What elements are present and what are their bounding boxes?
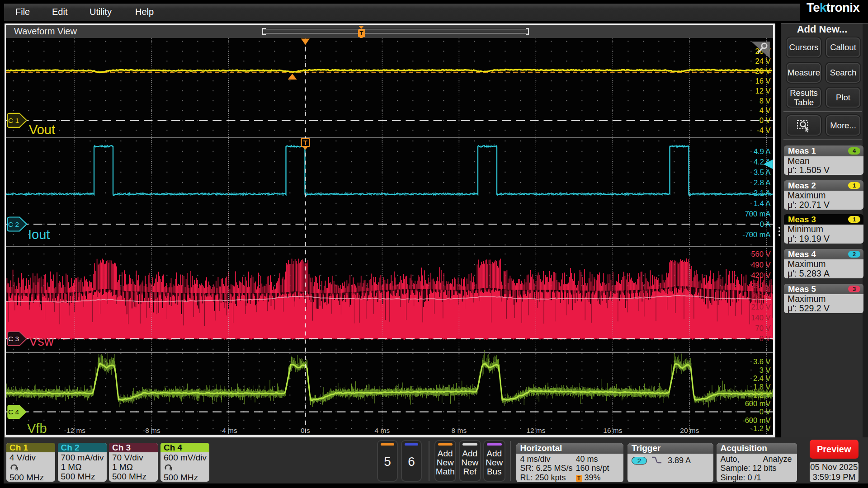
svg-text:16 ms: 16 ms bbox=[603, 427, 622, 434]
svg-text:16 V: 16 V bbox=[755, 77, 771, 85]
svg-text:-4 ms: -4 ms bbox=[220, 427, 237, 434]
svg-text:20 ms: 20 ms bbox=[680, 427, 699, 434]
svg-text:-12 ms: -12 ms bbox=[64, 427, 86, 434]
svg-text:350 V: 350 V bbox=[751, 282, 770, 290]
svg-text:210 V: 210 V bbox=[751, 303, 770, 311]
svg-text:8 V: 8 V bbox=[760, 97, 771, 105]
svg-text:2.1 A: 2.1 A bbox=[754, 189, 771, 197]
svg-text:12 ms: 12 ms bbox=[526, 427, 545, 434]
svg-text:0 A: 0 A bbox=[760, 220, 771, 228]
svg-text:3.6 V: 3.6 V bbox=[753, 357, 771, 366]
svg-text:4 V: 4 V bbox=[760, 106, 771, 114]
svg-text:560 V: 560 V bbox=[751, 250, 770, 258]
svg-text:-600 mV: -600 mV bbox=[742, 416, 770, 424]
svg-text:8 ms: 8 ms bbox=[452, 427, 467, 434]
svg-text:4.9 A: 4.9 A bbox=[754, 147, 771, 155]
svg-text:490 V: 490 V bbox=[751, 261, 770, 269]
svg-text:4 ms: 4 ms bbox=[375, 427, 390, 434]
svg-text:3.5 A: 3.5 A bbox=[754, 168, 771, 176]
svg-text:C 4: C 4 bbox=[8, 408, 19, 416]
svg-text:2.8 A: 2.8 A bbox=[754, 178, 771, 187]
svg-text:12 V: 12 V bbox=[755, 87, 771, 95]
svg-text:0 s: 0 s bbox=[301, 427, 310, 434]
svg-text:T: T bbox=[303, 139, 307, 146]
svg-text:1.2 V: 1.2 V bbox=[753, 391, 771, 399]
svg-text:1.8 V: 1.8 V bbox=[753, 383, 771, 391]
svg-text:3 V: 3 V bbox=[760, 366, 771, 374]
svg-text:700 mA: 700 mA bbox=[745, 210, 771, 218]
svg-text:2.4 V: 2.4 V bbox=[753, 374, 771, 382]
svg-text:-4 V: -4 V bbox=[757, 126, 770, 134]
svg-text:Vfb: Vfb bbox=[27, 421, 47, 435]
svg-text:20 V: 20 V bbox=[755, 67, 771, 75]
svg-text:1.4 A: 1.4 A bbox=[754, 199, 771, 207]
svg-text:C 1: C 1 bbox=[8, 117, 19, 124]
svg-text:-700 mA: -700 mA bbox=[742, 230, 770, 239]
svg-text:Vout: Vout bbox=[29, 122, 55, 137]
svg-text:0 V: 0 V bbox=[760, 334, 771, 343]
svg-text:420 V: 420 V bbox=[751, 271, 770, 279]
svg-text:0 V: 0 V bbox=[760, 408, 771, 416]
svg-text:280 V: 280 V bbox=[751, 292, 770, 300]
svg-text:Vsw: Vsw bbox=[29, 334, 54, 348]
svg-text:-8 ms: -8 ms bbox=[143, 427, 160, 434]
svg-text:-1.2 V: -1.2 V bbox=[750, 424, 770, 432]
svg-text:24 V: 24 V bbox=[755, 57, 771, 65]
svg-text:Iout: Iout bbox=[28, 227, 50, 242]
svg-text:140 V: 140 V bbox=[751, 314, 770, 322]
svg-text:C 3: C 3 bbox=[8, 335, 19, 343]
svg-text:C 2: C 2 bbox=[8, 221, 19, 228]
svg-text:600 mV: 600 mV bbox=[745, 399, 771, 408]
svg-text:70 V: 70 V bbox=[755, 324, 771, 332]
svg-text:0 V: 0 V bbox=[760, 116, 771, 124]
